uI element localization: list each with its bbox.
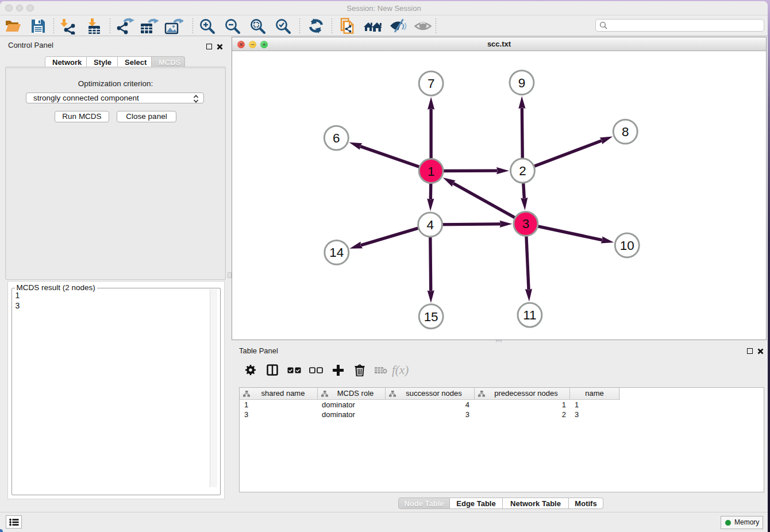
svg-text:2: 2 [519,164,526,178]
svg-text:9: 9 [518,76,526,90]
svg-text:3: 3 [522,217,530,231]
svg-text:8: 8 [622,125,629,139]
svg-text:11: 11 [523,308,536,322]
svg-text:7: 7 [428,76,435,91]
svg-text:14: 14 [329,245,344,260]
svg-text:10: 10 [620,238,634,253]
svg-text:4: 4 [426,218,434,232]
svg-text:6: 6 [333,131,340,145]
svg-text:15: 15 [424,310,438,324]
svg-text:1: 1 [428,164,435,179]
